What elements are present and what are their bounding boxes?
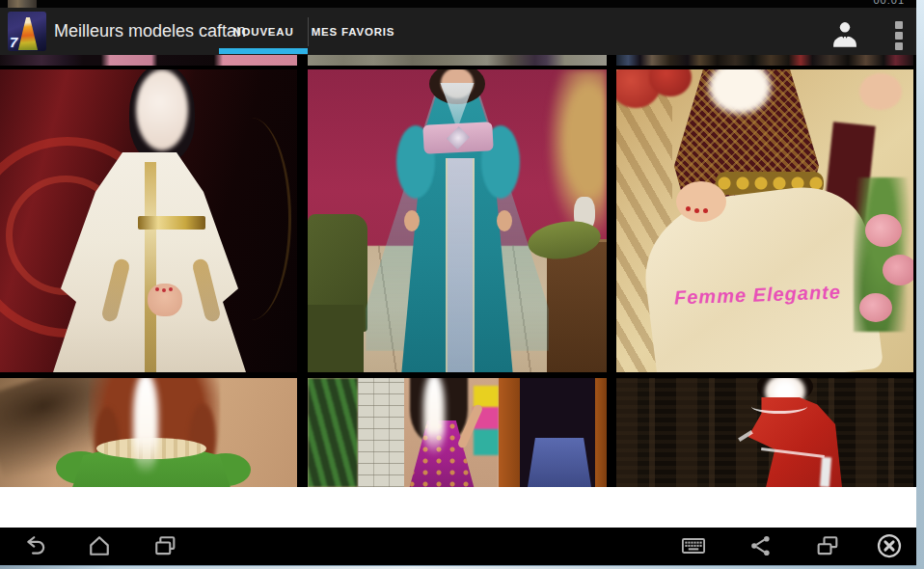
caftan-logo-icon: [16, 17, 40, 50]
home-icon: [86, 532, 113, 559]
pink-rose: [865, 214, 902, 247]
overflow-dot: [895, 32, 903, 40]
photo-tile-magenta-caftan[interactable]: [308, 378, 607, 487]
blurred-face: [423, 378, 445, 455]
tab-nouveau-label: NOUVEAU: [232, 26, 293, 38]
photo-strip-center[interactable]: [308, 55, 607, 66]
photo-tile-white-caftan[interactable]: [0, 69, 297, 372]
system-nav-bar: [0, 528, 916, 565]
tab-strip: NOUVEAU MES FAVORIS: [219, 8, 397, 55]
app-bar: 7 Meilleurs modeles caftan NOUVEAU MES F…: [0, 8, 916, 55]
tab-nouveau[interactable]: NOUVEAU: [219, 8, 308, 55]
photo-tile-green-caftan[interactable]: [0, 378, 297, 487]
close-icon: [875, 531, 904, 560]
tab-mes-favoris-label: MES FAVORIS: [312, 26, 395, 38]
keyboard-icon: [680, 532, 707, 559]
overflow-menu-button[interactable]: [889, 18, 909, 53]
notification-icon-sliver: [8, 0, 37, 8]
close-button[interactable]: [875, 531, 904, 560]
page-title: Meilleurs modeles caftan: [54, 8, 246, 55]
selected-tab-underline: [219, 48, 308, 54]
bottom-edge-strip: [0, 565, 916, 569]
app-icon[interactable]: 7: [8, 12, 46, 51]
tablet-screen: 00:01 7 Meilleurs modeles caftan NOUVEAU…: [0, 0, 924, 569]
app-icon-glyph: 7: [10, 34, 17, 50]
blurred-face: [136, 69, 188, 150]
person-icon: [829, 18, 861, 51]
pink-rose: [883, 255, 913, 285]
photo-tile-teal-caftan[interactable]: [308, 69, 607, 372]
photo-strip-right[interactable]: [616, 55, 913, 66]
photo-grid: Femme Elegante: [0, 55, 916, 487]
recents-icon: [151, 532, 178, 559]
photo-tile-red-caftan[interactable]: [616, 378, 913, 487]
share-button[interactable]: [747, 531, 775, 560]
profile-button[interactable]: [828, 17, 862, 52]
back-icon: [22, 532, 49, 559]
right-edge-strip: [916, 0, 924, 569]
photo-strip-left[interactable]: [0, 55, 297, 66]
window-switch-icon: [814, 532, 841, 559]
overflow-dot: [895, 21, 903, 29]
photo-tile-gold-caftan[interactable]: Femme Elegante: [616, 69, 913, 372]
overflow-dot: [895, 42, 903, 50]
share-icon: [747, 532, 775, 559]
blurred-face: [133, 378, 158, 474]
window-switch-button[interactable]: [813, 531, 842, 560]
status-bar: 00:01: [0, 0, 916, 8]
status-clock: 00:01: [873, 0, 905, 6]
tab-mes-favoris[interactable]: MES FAVORIS: [309, 8, 397, 55]
back-button[interactable]: [21, 531, 50, 560]
keyboard-button[interactable]: [679, 531, 708, 560]
home-button[interactable]: [85, 531, 114, 560]
content-gap: [0, 487, 916, 528]
recents-button[interactable]: [150, 531, 179, 560]
